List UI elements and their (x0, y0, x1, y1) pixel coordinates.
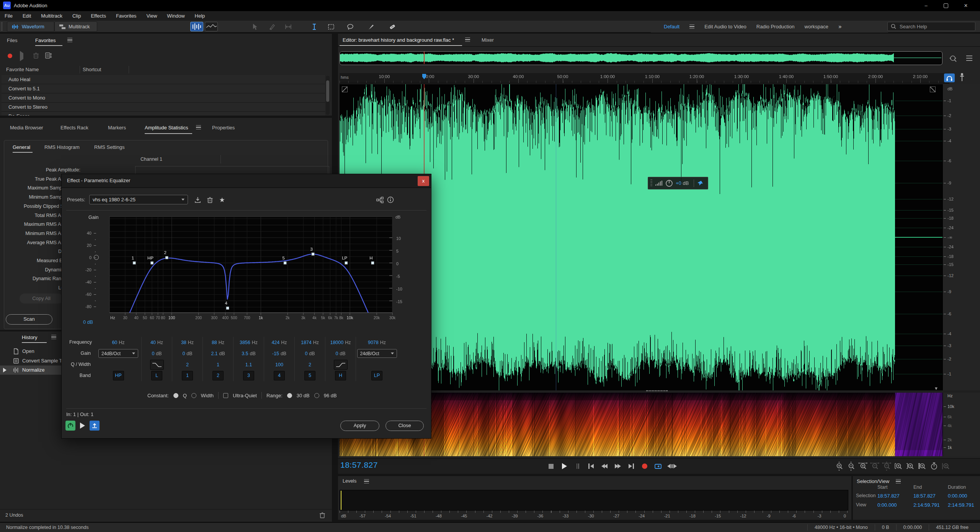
tab-amplitude-statistics[interactable]: Amplitude Statistics (145, 125, 188, 131)
band-q-value[interactable]: 1 (203, 359, 233, 370)
menu-favorites[interactable]: Favorites (116, 13, 136, 19)
menu-file[interactable]: File (5, 13, 13, 19)
sv-value[interactable]: 2:14:59.791 (913, 502, 940, 508)
zoom-in-time-button[interactable] (858, 461, 868, 471)
favorite-row[interactable]: Convert to Mono (2, 93, 325, 103)
band-frequency-value[interactable]: 3856Hz (234, 337, 264, 348)
zoom-out-amplitude-button[interactable] (846, 461, 856, 471)
band-frequency-value[interactable]: 1874Hz (295, 337, 325, 348)
amplitude-ruler[interactable]: dB-1-1-2-2-3-3-4-4-6-6-9-9-12-12-15-15-1… (942, 84, 980, 390)
selection-handle-dots[interactable] (646, 390, 668, 391)
band-toggle-2[interactable]: 2 (212, 371, 224, 380)
overview-menu-icon[interactable] (965, 54, 973, 63)
tool-lasso-selection-tool[interactable] (345, 22, 355, 32)
sv-value[interactable]: 18:57.827 (877, 493, 900, 499)
wave-grip-icon[interactable] (342, 86, 348, 92)
band-gain-value[interactable]: 24dB/Oct (356, 348, 398, 359)
sv-value[interactable]: 0:00.000 (948, 493, 967, 499)
current-time-display[interactable]: 18:57.827 (340, 460, 378, 470)
copy-all-button[interactable]: Copy All (20, 294, 63, 304)
workspace-item-edit-audio-to-video[interactable]: Edit Audio to Video (704, 24, 746, 29)
go-to-end-button[interactable] (627, 461, 635, 471)
band-toggle-4[interactable]: 4 (274, 371, 285, 380)
band-gain-value[interactable]: 0dB (172, 348, 203, 359)
band-marker-1[interactable] (133, 261, 136, 264)
zoom-in-right-edge-button[interactable] (906, 461, 915, 471)
menu-multitrack[interactable]: Multitrack (41, 13, 62, 19)
minimize-button[interactable]: – (917, 0, 935, 11)
fast-forward-button[interactable] (614, 461, 622, 471)
hud-gain-value[interactable]: +0 (676, 180, 681, 186)
close-button[interactable]: × (957, 0, 975, 11)
gain-knob-icon[interactable] (665, 180, 673, 187)
band-toggle-LP[interactable]: LP (371, 371, 382, 380)
maximize-button[interactable] (937, 0, 955, 11)
band-q-value[interactable] (95, 359, 141, 370)
band-toggle-H[interactable]: H (335, 371, 346, 380)
band-gain-value[interactable]: 0dB (325, 348, 356, 359)
record-favorite-button[interactable] (8, 54, 12, 58)
pin-hud-icon[interactable] (697, 180, 704, 187)
timeline-ruler[interactable]: hms 10:0020:0030:0040:0050:001:00:001:10… (340, 73, 949, 83)
tool-slip-tool[interactable] (283, 22, 293, 32)
levels-menu-icon[interactable] (364, 479, 369, 483)
band-q-value[interactable]: 2 (295, 359, 325, 370)
range-96-radio[interactable] (314, 393, 319, 398)
record-button[interactable] (640, 461, 649, 471)
band-toggle-3[interactable]: 3 (243, 371, 254, 380)
band-frequency-value[interactable]: 40Hz (142, 337, 172, 348)
dialog-close-button[interactable]: x (418, 176, 429, 186)
band-toggle-5[interactable]: 5 (304, 371, 315, 380)
rewind-button[interactable] (600, 461, 609, 471)
band-gain-value[interactable]: 24dB/Oct (95, 348, 141, 359)
workspace-overflow-chevron[interactable]: » (838, 23, 842, 30)
timer-record-button[interactable] (929, 461, 939, 471)
workspace-item-workspace[interactable]: workspace (805, 24, 828, 29)
band-marker-2[interactable] (165, 256, 168, 259)
band-q-value[interactable]: 2 (172, 359, 203, 370)
sort-favorites-icon[interactable] (45, 52, 52, 59)
skip-selection-button[interactable] (667, 461, 677, 471)
band-frequency-value[interactable]: 9078Hz (356, 337, 398, 348)
apply-button[interactable]: Apply (340, 421, 379, 431)
band-toggle-HP[interactable]: HP (113, 371, 124, 380)
frequency-ruler[interactable]: Hz10k6k4k2k1k (942, 393, 980, 456)
help-search[interactable] (887, 22, 975, 31)
selection-boundary-line[interactable] (556, 84, 556, 390)
tool-move-tool[interactable] (250, 22, 260, 32)
sv-value[interactable]: 18:57.827 (913, 493, 936, 499)
favorites-scrollbar[interactable] (326, 76, 330, 115)
pause-button[interactable] (573, 461, 582, 471)
band-frequency-value[interactable]: 60Hz (95, 337, 141, 348)
tool-time-selection-tool[interactable] (309, 22, 319, 32)
preset-select[interactable]: vhs eq 1980 2-6-25 (89, 195, 188, 204)
search-input[interactable] (899, 23, 965, 30)
hud-grip-icon[interactable] (650, 180, 652, 187)
selection-view-menu-icon[interactable] (896, 479, 901, 483)
tab-history[interactable]: History (22, 335, 37, 340)
band-marker-H[interactable] (371, 261, 374, 264)
band-q-value[interactable] (356, 359, 398, 370)
splitter-collapse-icon[interactable]: ▼ (935, 387, 938, 390)
band-q-value[interactable]: 100 (264, 359, 294, 370)
scrollbar-thumb[interactable] (326, 80, 329, 102)
band-marker-LP[interactable] (345, 261, 348, 264)
zoom-to-selection-button[interactable] (918, 461, 927, 471)
band-toggle-L[interactable]: L (151, 371, 162, 380)
ultra-quiet-checkbox[interactable] (223, 393, 228, 398)
history-menu-icon[interactable] (51, 335, 56, 339)
band-marker-4[interactable] (226, 307, 229, 310)
filter-slope-select[interactable]: 24dB/Oct (357, 349, 397, 358)
band-gain-value[interactable]: 3.5dB (234, 348, 264, 359)
sv-value[interactable]: 0:00.000 (877, 502, 897, 508)
zoom-out-time-button[interactable] (870, 461, 880, 471)
show-waveform-toggle[interactable] (190, 22, 203, 31)
favorite-row[interactable]: Convert to 5.1 (2, 84, 325, 93)
menu-window[interactable]: Window (167, 13, 185, 19)
band-marker-HP[interactable] (150, 261, 154, 264)
clear-history-icon[interactable] (319, 512, 325, 519)
band-gain-value[interactable]: 2.1dB (203, 348, 233, 359)
info-icon[interactable] (385, 195, 395, 205)
send-to-rack-button[interactable] (90, 421, 100, 431)
workspace-menu-icon[interactable] (689, 24, 694, 29)
